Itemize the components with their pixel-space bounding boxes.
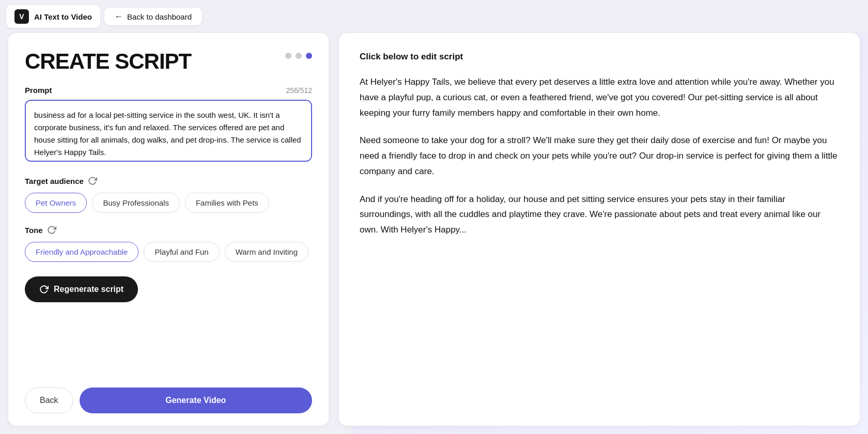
right-panel[interactable]: Click below to edit script At Helyer's H… xyxy=(339,33,860,426)
logo-icon: V xyxy=(14,9,29,24)
bottom-buttons: Back Generate Video xyxy=(25,388,312,413)
step-dot-1 xyxy=(285,53,291,59)
tone-section: Tone Friendly and Approachable Playful a… xyxy=(25,225,312,262)
left-panel: CREATE SCRIPT Prompt 256/512 business ad… xyxy=(8,33,329,426)
script-paragraph-1: At Helyer's Happy Tails, we believe that… xyxy=(360,74,839,120)
target-audience-header: Target audience xyxy=(25,176,312,185)
app-logo: V AI Text to Video xyxy=(6,5,100,28)
edit-hint: Click below to edit script xyxy=(360,52,839,62)
app-title: AI Text to Video xyxy=(34,12,92,21)
prompt-label: Prompt xyxy=(25,86,52,95)
script-text[interactable]: At Helyer's Happy Tails, we believe that… xyxy=(360,74,839,238)
target-audience-chips: Pet Owners Busy Professionals Families w… xyxy=(25,193,312,213)
step-dot-3 xyxy=(306,53,312,59)
tone-refresh-icon[interactable] xyxy=(47,225,56,235)
chip-playful-fun[interactable]: Playful and Fun xyxy=(144,242,219,262)
generate-video-button[interactable]: Generate Video xyxy=(80,388,312,413)
prompt-label-row: Prompt 256/512 xyxy=(25,86,312,95)
back-button-label: Back to dashboard xyxy=(127,12,192,21)
main-content: CREATE SCRIPT Prompt 256/512 business ad… xyxy=(0,33,868,434)
chip-warm-inviting[interactable]: Warm and Inviting xyxy=(225,242,308,262)
tone-label: Tone xyxy=(25,226,43,235)
step-dots xyxy=(285,53,312,59)
chip-pet-owners[interactable]: Pet Owners xyxy=(25,193,87,213)
target-audience-section: Target audience Pet Owners Busy Professi… xyxy=(25,176,312,213)
arrow-left-icon: ← xyxy=(115,12,123,21)
tone-chips: Friendly and Approachable Playful and Fu… xyxy=(25,242,312,262)
back-to-dashboard-button[interactable]: ← Back to dashboard xyxy=(104,8,202,25)
chip-friendly-approachable[interactable]: Friendly and Approachable xyxy=(25,242,138,262)
chip-families-with-pets[interactable]: Families with Pets xyxy=(185,193,269,213)
target-audience-label: Target audience xyxy=(25,177,84,185)
tone-header: Tone xyxy=(25,225,312,235)
regenerate-icon xyxy=(39,285,49,294)
page-title: CREATE SCRIPT xyxy=(25,50,312,73)
back-button[interactable]: Back xyxy=(25,388,73,413)
regenerate-label: Regenerate script xyxy=(54,285,123,294)
regenerate-script-button[interactable]: Regenerate script xyxy=(25,276,138,302)
char-count: 256/512 xyxy=(286,86,312,95)
topbar: V AI Text to Video ← Back to dashboard xyxy=(0,0,868,33)
chip-busy-professionals[interactable]: Busy Professionals xyxy=(92,193,180,213)
target-audience-refresh-icon[interactable] xyxy=(88,176,97,185)
script-paragraph-2: Need someone to take your dog for a stro… xyxy=(360,133,839,179)
prompt-textarea[interactable]: business ad for a local pet-sitting serv… xyxy=(25,100,312,162)
script-paragraph-3: And if you're heading off for a holiday,… xyxy=(360,192,839,238)
step-dot-2 xyxy=(296,53,302,59)
prompt-section: Prompt 256/512 business ad for a local p… xyxy=(25,86,312,176)
